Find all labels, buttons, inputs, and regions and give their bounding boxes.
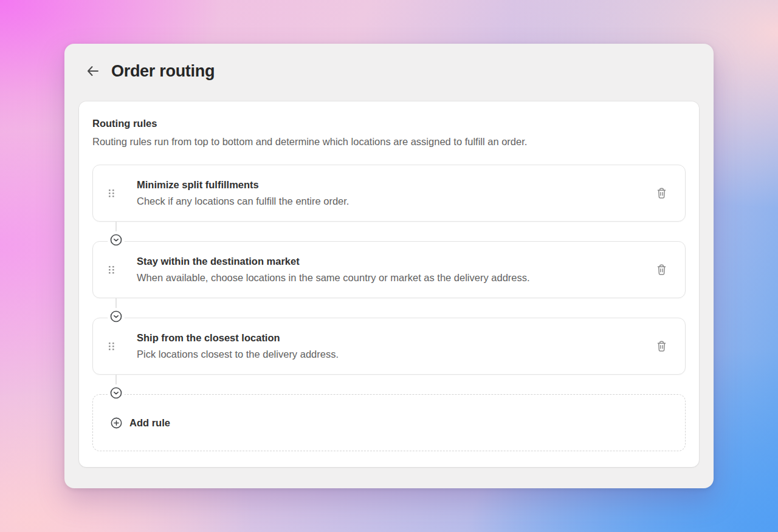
rule-connector (92, 375, 686, 394)
order-routing-panel: Order routing Routing rules Routing rule… (64, 44, 714, 488)
rule-title: Stay within the destination market (137, 254, 653, 268)
drag-dots-icon (108, 265, 115, 275)
rule-text: Ship from the closest location Pick loca… (137, 330, 653, 362)
rule-connector (92, 298, 686, 318)
rule-card-minimize-split-fulfillments: Minimize split fulfillments Check if any… (92, 165, 686, 222)
drag-handle[interactable] (93, 318, 129, 374)
rule-text: Minimize split fulfillments Check if any… (137, 177, 653, 209)
trash-icon (655, 264, 668, 276)
connector-line (115, 375, 117, 385)
page-header: Order routing (64, 44, 714, 81)
rule-connector (92, 222, 686, 241)
section-description: Routing rules run from top to bottom and… (92, 134, 686, 149)
trash-icon (655, 340, 668, 353)
rule-description: Check if any locations can fulfill the e… (137, 194, 653, 209)
rule-description: Pick locations closest to the delivery a… (137, 347, 653, 362)
drag-dots-icon (108, 342, 115, 351)
chevron-down-circle-icon (108, 384, 125, 401)
connector-line (115, 298, 117, 309)
drag-handle[interactable] (93, 242, 129, 298)
chevron-down-circle-icon (108, 231, 125, 248)
chevron-down-circle-icon (108, 308, 125, 325)
rule-text: Stay within the destination market When … (137, 254, 653, 285)
routing-rules-card: Routing rules Routing rules run from top… (79, 101, 699, 467)
connector-line (115, 222, 117, 232)
drag-dots-icon (108, 189, 115, 198)
rule-card-stay-within-destination-market: Stay within the destination market When … (92, 241, 686, 298)
rules-list: Minimize split fulfillments Check if any… (92, 165, 686, 451)
trash-icon (655, 187, 668, 200)
back-arrow-icon (86, 65, 100, 77)
page-title: Order routing (111, 61, 215, 81)
section-title: Routing rules (92, 117, 686, 130)
back-button[interactable] (85, 63, 101, 79)
delete-rule-button[interactable] (653, 338, 670, 355)
add-rule-button[interactable]: Add rule (92, 394, 686, 451)
delete-rule-button[interactable] (653, 185, 670, 202)
rule-title: Minimize split fulfillments (137, 177, 653, 192)
delete-rule-button[interactable] (653, 261, 670, 279)
rule-description: When available, choose locations in the … (137, 270, 653, 285)
plus-circle-icon (110, 417, 123, 429)
rule-card-ship-from-closest-location: Ship from the closest location Pick loca… (92, 318, 686, 375)
drag-handle[interactable] (93, 165, 129, 221)
add-rule-label: Add rule (129, 417, 170, 429)
rule-title: Ship from the closest location (137, 330, 653, 345)
